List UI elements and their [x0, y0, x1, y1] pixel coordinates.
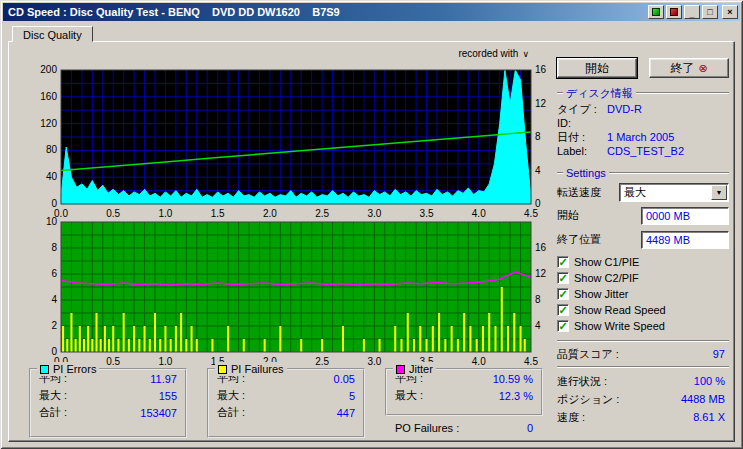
svg-text:3.0: 3.0	[367, 356, 381, 367]
svg-text:8: 8	[51, 242, 57, 253]
checkbox-show-write-speed[interactable]: ✓ Show Write Speed	[557, 318, 729, 334]
pi-failures-box: PI Failures 平均 :0.05 最大 :5 合計 :447	[207, 368, 365, 438]
jitter-legend: Jitter	[409, 363, 433, 375]
svg-text:16: 16	[535, 64, 547, 75]
svg-text:10: 10	[46, 216, 58, 227]
titlebar: CD Speed : Disc Quality Test - BENQ DVD …	[3, 3, 740, 21]
po-failures-row: PO Failures :0	[385, 422, 543, 434]
svg-text:0.5: 0.5	[106, 356, 120, 367]
svg-text:4.0: 4.0	[472, 356, 486, 367]
check-icon: ✓	[558, 257, 567, 267]
tabstrip: Disc Quality	[12, 26, 93, 41]
close-icon: ×	[727, 8, 732, 17]
pi-failures-legend: PI Failures	[231, 363, 284, 375]
close-button[interactable]: ×	[722, 5, 738, 19]
transfer-speed-select[interactable]: 最大 ▼	[619, 183, 729, 202]
svg-text:40: 40	[46, 171, 58, 182]
jitter-swatch-icon	[396, 365, 405, 374]
minimize-icon: _	[689, 10, 694, 19]
disc-id-row: ID:	[557, 116, 729, 130]
svg-text:4: 4	[535, 165, 541, 176]
progress-row: 進行状況 :100 %	[557, 372, 729, 390]
pi-failures-swatch-icon	[218, 365, 227, 374]
pi-errors-box: PI Errors 平均 :11.97 最大 :155 合計 :153407	[29, 368, 187, 438]
exit-button[interactable]: 終了⊗	[649, 58, 729, 78]
pi-failures-total-row: 合計 :447	[209, 404, 363, 421]
disc-info-header: ディスク情報	[557, 86, 729, 100]
end-position-row: 終了位置 4489 MB	[557, 230, 729, 249]
svg-text:2.5: 2.5	[315, 356, 329, 367]
svg-text:80: 80	[46, 144, 58, 155]
svg-text:1.0: 1.0	[158, 356, 172, 367]
pi-errors-max-row: 最大 :155	[31, 387, 185, 404]
svg-text:4: 4	[51, 294, 57, 305]
chevron-down-icon: ∨	[522, 49, 529, 59]
svg-text:2: 2	[51, 320, 57, 331]
svg-text:12: 12	[535, 98, 547, 109]
pi-failures-jitter-chart: 02468104812160.00.51.01.52.02.53.03.54.0…	[15, 214, 557, 370]
start-button[interactable]: 開始	[557, 58, 637, 78]
check-icon: ✓	[558, 289, 567, 299]
svg-text:6: 6	[51, 268, 57, 279]
red-tool-icon	[670, 8, 678, 16]
jitter-box: Jitter 平均 :10.59 % 最大 :12.3 %	[385, 368, 543, 416]
recorded-with-combo[interactable]: recorded with∨	[339, 48, 529, 59]
maximize-button[interactable]: □	[702, 5, 718, 19]
disc-date-row: 日付 :1 March 2005	[557, 130, 729, 144]
statistics-row: PI Errors 平均 :11.97 最大 :155 合計 :153407 P…	[21, 368, 561, 442]
pi-errors-total-row: 合計 :153407	[31, 404, 185, 421]
minimize-button[interactable]: _	[684, 5, 700, 19]
transfer-speed-row: 転送速度 最大 ▼	[557, 182, 729, 202]
window-title: CD Speed : Disc Quality Test - BENQ DVD …	[8, 6, 648, 18]
check-icon: ✓	[558, 321, 567, 331]
disc-quality-page: recorded with∨ 0408012016020004812160.00…	[8, 41, 735, 442]
disc-tool-icon[interactable]	[666, 5, 682, 19]
pi-errors-swatch-icon	[40, 365, 49, 374]
svg-text:4: 4	[535, 320, 541, 331]
green-tool-icon	[652, 8, 660, 16]
end-position-field[interactable]: 4489 MB	[641, 231, 729, 249]
check-icon: ✓	[558, 305, 567, 315]
maximize-icon: □	[707, 8, 712, 17]
separator	[557, 340, 729, 342]
checkbox-show-jitter[interactable]: ✓ Show Jitter	[557, 286, 729, 302]
disc-label-row: Label:CDS_TEST_B2	[557, 144, 729, 158]
svg-text:8: 8	[535, 294, 541, 305]
svg-text:120: 120	[40, 118, 57, 129]
svg-text:8: 8	[535, 131, 541, 142]
app-window: CD Speed : Disc Quality Test - BENQ DVD …	[0, 0, 743, 449]
pi-errors-speed-chart: 0408012016020004812160.00.51.01.52.02.53…	[15, 62, 557, 220]
control-panel: 開始 終了⊗ ディスク情報 タイプ :DVD-R ID: 日付 :1 March…	[557, 52, 729, 437]
svg-text:16: 16	[535, 242, 547, 253]
settings-header: Settings	[557, 166, 729, 180]
pi-errors-legend: PI Errors	[53, 363, 96, 375]
tab-disc-quality[interactable]: Disc Quality	[12, 26, 93, 42]
pi-failures-max-row: 最大 :5	[209, 387, 363, 404]
chevron-down-icon: ▼	[716, 189, 723, 196]
speed-row: 速度 :8.61 X	[557, 408, 729, 426]
jitter-max-row: 最大 :12.3 %	[387, 387, 541, 404]
checkbox-show-c2-pif[interactable]: ✓ Show C2/PIF	[557, 270, 729, 286]
checkbox-show-c1-pie[interactable]: ✓ Show C1/PIE	[557, 254, 729, 270]
position-row: ポジション :4488 MB	[557, 390, 729, 408]
svg-text:160: 160	[40, 91, 57, 102]
speed-graph-icon[interactable]	[648, 5, 664, 19]
svg-text:200: 200	[40, 64, 57, 75]
start-position-field[interactable]: 0000 MB	[641, 207, 729, 225]
start-position-row: 開始 0000 MB	[557, 206, 729, 225]
checkbox-show-read-speed[interactable]: ✓ Show Read Speed	[557, 302, 729, 318]
quality-score-row: 品質スコア :97	[557, 346, 729, 362]
recorded-with-label: recorded with	[458, 48, 518, 59]
check-icon: ✓	[558, 273, 567, 283]
svg-text:4.5: 4.5	[524, 356, 538, 367]
separator	[557, 366, 729, 368]
svg-text:12: 12	[535, 268, 547, 279]
disc-type-row: タイプ :DVD-R	[557, 102, 729, 116]
exit-icon: ⊗	[698, 62, 707, 75]
